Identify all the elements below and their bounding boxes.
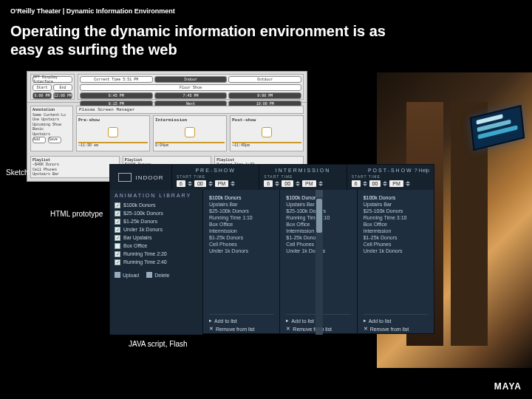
html-prototype: Help INDOOR PRE-SHOW START TIME 6 00 PM … (109, 164, 434, 334)
arrow-up-icon[interactable] (316, 190, 323, 197)
content-stage: PPT Display Interface StartEnd 6:00 PM12… (0, 72, 532, 399)
playlist-col-postshow: $100k Donors Upstairs Bar $25-100k Donor… (358, 190, 434, 335)
add-button[interactable]: ▸ Add to list (209, 318, 273, 324)
lib-item[interactable]: Box Office (115, 242, 198, 250)
list-item[interactable]: $1-25k Donors (364, 234, 428, 241)
checkbox-icon[interactable]: ✓ (115, 259, 120, 265)
delete-icon (146, 272, 152, 278)
list-item[interactable]: Upstairs Bar (364, 201, 428, 208)
indoor-tab[interactable]: INDOOR (110, 165, 172, 190)
checkbox-icon[interactable]: ✓ (115, 219, 120, 225)
list-item[interactable]: $25-100k Donors (209, 208, 273, 214)
tv-icon (118, 173, 132, 182)
list-item[interactable]: $1-25k Donors (209, 234, 273, 241)
lib-item[interactable]: ✓$100k Donors (115, 201, 198, 209)
library-scrollbar[interactable] (316, 190, 323, 335)
checkbox-icon[interactable]: ✓ (115, 227, 120, 233)
label-html-prototype: HTML prototype (50, 210, 103, 218)
phase-intermission: INTERMISSION START TIME 6 00 PM (259, 165, 347, 190)
list-item[interactable]: Under 1k Donors (364, 248, 428, 254)
list-item[interactable]: Cell Phones (209, 241, 273, 248)
checkbox-icon[interactable] (115, 243, 120, 249)
list-item[interactable]: $25-100k Donors (364, 208, 428, 214)
time-input-preshow[interactable]: 6 00 PM (177, 180, 254, 187)
lib-item[interactable]: ✓Under 1k Donors (115, 225, 198, 233)
list-item[interactable]: Upstairs Bar (209, 201, 273, 208)
list-item[interactable]: Cell Phones (364, 241, 428, 248)
remove-button[interactable]: ✕ Remove from list (209, 326, 273, 332)
arrow-down-icon[interactable] (316, 327, 323, 335)
list-item[interactable]: Running Time 3:10 (364, 214, 428, 221)
phase-preshow: PRE-SHOW START TIME 6 00 PM (172, 165, 259, 190)
remove-button[interactable]: ✕ Remove from list (364, 326, 428, 332)
list-item[interactable]: Under 1k Donors (209, 248, 273, 254)
sketch-title: PPT Display Interface (33, 76, 72, 83)
upload-button[interactable]: Upload (115, 272, 139, 278)
scroll-thumb[interactable] (316, 199, 322, 233)
list-item[interactable]: Intermission (209, 228, 273, 234)
label-js-flash: JAVA script, Flash (129, 340, 188, 348)
list-item[interactable]: Intermission (364, 228, 428, 234)
page-title: Operating the dynamic information enviro… (0, 18, 414, 66)
footer-logo: MAYA (494, 381, 522, 392)
playlist-col-preshow: $100k Donors Upstairs Bar $25-100k Donor… (203, 190, 280, 335)
checkbox-icon[interactable]: ✓ (115, 211, 120, 216)
sketch-annotation: Annotation Same Content-Lo Use Upstairs … (30, 106, 73, 151)
checkbox-icon[interactable]: ✓ (115, 202, 120, 208)
list-item[interactable]: $100k Donors (209, 194, 273, 201)
breadcrumb: O'Reilly Theater | Dynamic Information E… (0, 0, 532, 18)
help-link[interactable]: Help (415, 168, 429, 173)
time-input-postshow[interactable]: 6 00 PM (352, 180, 429, 187)
list-item[interactable]: $100k Donors (364, 194, 428, 201)
lib-item[interactable]: ✓$1-25k Donors (115, 217, 198, 225)
label-sketch: Sketch (6, 168, 29, 177)
lib-item[interactable]: ✓Running Time 2:40 (115, 258, 198, 266)
lib-item[interactable]: ✓Running Time 2:20 (115, 250, 198, 258)
add-button[interactable]: ▸ Add to list (364, 318, 428, 324)
animation-library: ANIMATION LIBRARY ✓$100k Donors ✓$25-100… (110, 190, 203, 335)
time-input-intermission[interactable]: 6 00 PM (264, 180, 341, 187)
list-item[interactable]: Box Office (209, 221, 273, 228)
list-item[interactable]: Running Time 1:10 (209, 214, 273, 221)
delete-button[interactable]: Delete (146, 272, 169, 278)
digital-sign (470, 105, 525, 151)
upload-icon (115, 272, 120, 278)
list-item[interactable]: Box Office (364, 221, 428, 228)
lib-item[interactable]: ✓$25-100k Donors (115, 209, 198, 217)
checkbox-icon[interactable]: ✓ (115, 251, 120, 257)
lib-item[interactable]: ✓Bar Upstairs (115, 233, 198, 242)
checkbox-icon[interactable]: ✓ (115, 235, 120, 241)
